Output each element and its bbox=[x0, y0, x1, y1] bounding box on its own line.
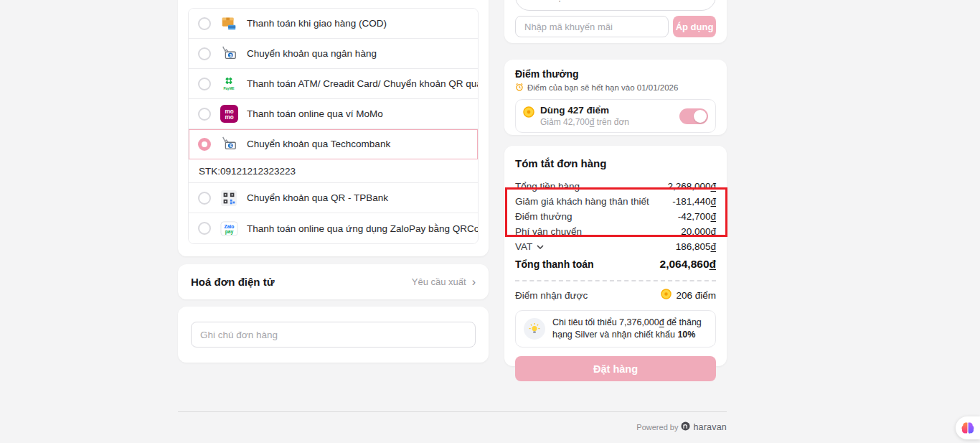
einvoice-request-button[interactable]: Yêu cầu xuất › bbox=[412, 276, 476, 288]
summary-title: Tóm tắt đơn hàng bbox=[515, 157, 716, 169]
payment-method-label: Thanh toán ATM/ Creadit Card/ Chuyển kho… bbox=[247, 78, 479, 89]
total-row: Tổng thanh toán 2,064,860đ bbox=[515, 255, 716, 274]
coin-icon bbox=[523, 106, 534, 121]
rewards-card: Điểm thưởng Điểm của bạn sẽ hết hạn vào … bbox=[504, 60, 727, 135]
vat-expand-toggle[interactable]: VAT bbox=[515, 241, 544, 252]
radio-qr-tpbank[interactable] bbox=[198, 192, 211, 205]
payment-method-zalopay[interactable]: Zalopay Thanh toán online qua ứng dụng Z… bbox=[189, 213, 478, 243]
points-earned-row: Điểm nhận được 206 điểm bbox=[515, 287, 716, 303]
coupon-card: Chọn mã › Áp dụng bbox=[504, 0, 727, 43]
bank-transfer-icon: $ bbox=[220, 135, 238, 154]
payment-method-techcombank[interactable]: $ Chuyển khoản qua Techcombank bbox=[189, 129, 478, 159]
tier-upgrade-tip: Chi tiêu tối thiểu 7,376,000đ để thăng h… bbox=[515, 310, 716, 348]
einvoice-card: Hoá đơn điện tử Yêu cầu xuất › bbox=[178, 264, 489, 299]
payment-method-cod[interactable]: Thanh toán khi giao hàng (COD) bbox=[189, 9, 478, 39]
payment-method-payme[interactable]: PayME Thanh toán ATM/ Creadit Card/ Chuy… bbox=[189, 69, 478, 99]
order-note-card bbox=[178, 307, 489, 363]
tip-text: Chi tiêu tối thiểu 7,376,000đ để thăng h… bbox=[552, 317, 707, 341]
chevron-right-icon: › bbox=[702, 0, 705, 2]
haravan-logo-icon bbox=[681, 421, 690, 434]
order-summary-card: Tóm tắt đơn hàng Tổng tiền hàng 2,268,00… bbox=[504, 146, 727, 366]
einvoice-title: Hoá đơn điện tử bbox=[191, 276, 275, 288]
rewards-expiry-note: Điểm của bạn sẽ hết hạn vào 01/01/2026 bbox=[515, 83, 716, 93]
radio-bank-transfer[interactable] bbox=[198, 47, 211, 60]
chevron-right-icon: › bbox=[472, 276, 476, 288]
qr-code-icon bbox=[220, 189, 238, 207]
payment-method-qr-tpbank[interactable]: Chuyển khoản qua QR - TPBank bbox=[189, 183, 478, 213]
vat-row: VAT 186,805đ bbox=[515, 239, 716, 254]
shipping-fee-row: Phí vận chuyển 20,000đ bbox=[515, 224, 716, 239]
payment-method-momo[interactable]: momo Thanh toán online qua ví MoMo bbox=[189, 99, 478, 129]
payment-method-bank-transfer[interactable]: $ Chuyển khoản qua ngân hàng bbox=[189, 39, 478, 69]
payme-icon: PayME bbox=[220, 75, 238, 93]
dashed-divider bbox=[515, 280, 716, 281]
svg-text:mo: mo bbox=[225, 114, 233, 121]
cod-package-icon bbox=[220, 14, 238, 33]
svg-text:pay: pay bbox=[225, 229, 233, 235]
zalopay-icon: Zalopay bbox=[220, 219, 238, 238]
radio-payme[interactable] bbox=[198, 78, 211, 90]
loyalty-discount-row: Giảm giá khách hàng thân thiết -181,440đ bbox=[515, 194, 716, 209]
radio-techcombank-selected[interactable] bbox=[198, 138, 211, 151]
footer-divider bbox=[178, 411, 727, 412]
coupon-select-dropdown[interactable]: Chọn mã › bbox=[515, 0, 716, 11]
apply-coupon-button[interactable]: Áp dụng bbox=[673, 16, 716, 37]
bank-transfer-icon: $ bbox=[220, 45, 238, 63]
checkout-page: Thanh toán khi giao hàng (COD) $ Chuyển … bbox=[0, 0, 980, 443]
bank-account-number: STK:09121212323223 bbox=[189, 159, 478, 183]
use-points-box: Dùng 427 điểm Giảm 42,700đ trên đơn bbox=[515, 99, 716, 133]
powered-by-label: Powered by bbox=[636, 423, 678, 432]
svg-text:mo: mo bbox=[225, 108, 233, 115]
browser-extension-pill[interactable] bbox=[956, 416, 980, 439]
rewards-title: Điểm thưởng bbox=[515, 68, 716, 80]
toggle-knob bbox=[694, 110, 707, 123]
use-points-label: Dùng 427 điểm bbox=[540, 105, 629, 116]
payment-method-label: Thanh toán online qua ứng dụng ZaloPay b… bbox=[247, 223, 479, 234]
lightbulb-icon bbox=[524, 318, 545, 340]
footer: Powered by haravan bbox=[178, 421, 727, 434]
subtotal-row: Tổng tiền hàng 2,268,000đ bbox=[515, 179, 716, 194]
payment-method-label: Thanh toán khi giao hàng (COD) bbox=[247, 18, 387, 29]
radio-cod[interactable] bbox=[198, 17, 211, 30]
payment-methods-list: Thanh toán khi giao hàng (COD) $ Chuyển … bbox=[188, 8, 479, 244]
svg-text:Zalo: Zalo bbox=[224, 223, 234, 228]
coupon-select-label: Chọn mã bbox=[545, 0, 694, 2]
order-note-input[interactable] bbox=[191, 322, 476, 348]
momo-icon: momo bbox=[220, 105, 238, 123]
alarm-clock-icon bbox=[515, 83, 524, 93]
radio-zalopay[interactable] bbox=[198, 222, 211, 235]
ticket-icon bbox=[526, 0, 538, 3]
payment-method-label: Thanh toán online qua ví MoMo bbox=[247, 108, 383, 119]
coin-icon bbox=[661, 289, 672, 302]
payment-method-label: Chuyển khoản qua ngân hàng bbox=[247, 48, 377, 59]
payment-method-label: Chuyển khoản qua QR - TPBank bbox=[247, 192, 388, 203]
points-discount-row: Điểm thưởng -42,700đ bbox=[515, 209, 716, 224]
points-discount-note: Giảm 42,700đ trên đơn bbox=[540, 117, 629, 127]
use-points-toggle[interactable] bbox=[679, 108, 708, 124]
haravan-brand-text[interactable]: haravan bbox=[693, 422, 727, 432]
radio-momo[interactable] bbox=[198, 108, 211, 121]
chevron-down-icon bbox=[537, 245, 544, 249]
svg-text:PayME: PayME bbox=[223, 87, 234, 90]
payment-method-label: Chuyển khoản qua Techcombank bbox=[247, 139, 390, 149]
place-order-button[interactable]: Đặt hàng bbox=[515, 356, 716, 381]
brain-extension-icon bbox=[961, 421, 975, 434]
payment-methods-card: Thanh toán khi giao hàng (COD) $ Chuyển … bbox=[178, 0, 489, 256]
coupon-input-row: Áp dụng bbox=[515, 16, 716, 37]
coupon-code-input[interactable] bbox=[515, 16, 669, 37]
